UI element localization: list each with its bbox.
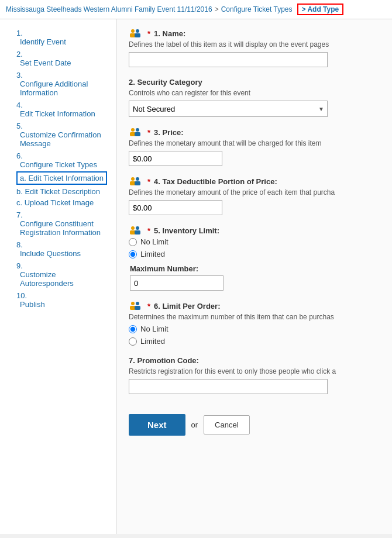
sidebar-subitems-6: a. Edit Ticket Informationb. Edit Ticket… <box>6 171 111 207</box>
people-icon-6 <box>129 301 142 311</box>
sidebar-item-8: 8.Include Questions <box>6 240 111 258</box>
limit-no-limit-label[interactable]: No Limit <box>129 325 380 333</box>
sidebar-link-2[interactable]: Set Event Date <box>6 58 111 67</box>
field6-label-text: 6. Limit Per Order: <box>154 302 220 311</box>
field-limit-label: * 6. Limit Per Order: <box>129 301 380 311</box>
sidebar-link-1[interactable]: Identify Event <box>6 37 111 46</box>
sidebar-link-9[interactable]: Customize Autoresponders <box>6 270 111 288</box>
breadcrumb-section-link[interactable]: Configure Ticket Types <box>221 5 293 13</box>
sidebar-num-3: 3. <box>6 71 111 80</box>
field1-input[interactable] <box>129 52 328 67</box>
sidebar-item-10: 10.Publish <box>6 291 111 309</box>
people-icon-1 <box>129 29 142 38</box>
inventory-no-limit-radio[interactable] <box>129 238 137 246</box>
sidebar-link-7[interactable]: Configure Constituent Registration Infor… <box>6 219 111 237</box>
svg-rect-19 <box>135 306 140 310</box>
field7-input[interactable] <box>129 379 328 394</box>
field3-desc: Defines the monetary amount that will be… <box>129 139 380 147</box>
svg-point-18 <box>136 302 139 305</box>
sidebar-num-7: 7. <box>6 211 111 219</box>
svg-point-4 <box>131 128 135 132</box>
field-promo-label: 7. Promotion Code: <box>129 356 380 365</box>
sidebar-item-1: 1.Identify Event <box>6 29 111 46</box>
cancel-button[interactable]: Cancel <box>204 415 249 434</box>
field4-input[interactable] <box>129 200 222 215</box>
sidebar-item-5: 5.Customize Confirmation Message <box>6 122 111 148</box>
required-star-5: * <box>147 226 150 235</box>
field-name-section: * 1. Name: Defines the label of this ite… <box>129 29 380 67</box>
sidebar-link-10[interactable]: Publish <box>6 300 111 309</box>
inventory-no-limit-text: No Limit <box>140 237 169 246</box>
sidebar-link-6[interactable]: Configure Ticket Types <box>6 160 111 169</box>
svg-point-0 <box>131 29 135 33</box>
sidebar-subitem-active-6-1[interactable]: a. Edit Ticket Information <box>16 171 107 185</box>
field-limit-section: * 6. Limit Per Order: Determines the max… <box>129 301 380 346</box>
sidebar: 1.Identify Event2.Set Event Date3.Config… <box>0 19 117 534</box>
sidebar-num-5: 5. <box>6 122 111 130</box>
limit-limited-text: Limited <box>140 337 165 346</box>
required-star-6: * <box>147 302 150 311</box>
field-tax-label: * 4. Tax Deductible Portion of Price: <box>129 177 380 186</box>
sidebar-item-4: 4.Edit Ticket Information <box>6 101 111 118</box>
add-type-button[interactable]: > Add Type <box>297 4 344 15</box>
sidebar-subitem-6-3: c. Upload Ticket Image <box>16 198 111 207</box>
inventory-limited-text: Limited <box>140 250 165 258</box>
sidebar-num-4: 4. <box>6 101 111 109</box>
sidebar-link-5[interactable]: Customize Confirmation Message <box>6 130 111 148</box>
inventory-radio-group: No Limit Limited <box>129 237 380 258</box>
breadcrumb: Mississauga Steelheads Western Alumni Fa… <box>0 0 392 19</box>
inventory-no-limit-label[interactable]: No Limit <box>129 237 380 246</box>
people-icon-4 <box>129 177 142 186</box>
svg-point-6 <box>136 128 139 132</box>
svg-point-2 <box>136 29 139 33</box>
limit-no-limit-radio[interactable] <box>129 325 137 333</box>
sidebar-sublink-6-3[interactable]: c. Upload Ticket Image <box>16 198 94 207</box>
max-number-label: Maximum Number: <box>130 264 380 273</box>
field3-input[interactable] <box>129 151 222 166</box>
field7-desc: Restricts registration for this event to… <box>129 367 380 375</box>
field-security-label: 2. Security Category <box>129 78 380 87</box>
field-price-section: * 3. Price: Defines the monetary amount … <box>129 127 380 166</box>
sidebar-subitem-6-1: a. Edit Ticket Information <box>16 171 111 185</box>
limit-limited-label[interactable]: Limited <box>129 337 380 346</box>
field4-desc: Defines the monetary amount of the price… <box>129 188 380 196</box>
sidebar-link-8[interactable]: Include Questions <box>6 249 111 258</box>
field3-label-text: 3. Price: <box>154 128 184 137</box>
required-star-3: * <box>147 128 150 137</box>
sidebar-item-7: 7.Configure Constituent Registration Inf… <box>6 211 111 237</box>
security-select[interactable]: Not Secured Secured <box>129 101 328 117</box>
field2-desc: Controls who can register for this event <box>129 89 380 97</box>
limit-limited-radio[interactable] <box>129 337 137 346</box>
limit-radio-group: No Limit Limited <box>129 325 380 346</box>
svg-point-16 <box>131 302 135 305</box>
inventory-limited-radio[interactable] <box>129 250 137 258</box>
breadcrumb-sep1: > <box>215 5 219 13</box>
svg-rect-7 <box>135 132 140 136</box>
field1-desc: Defines the label of this item as it wil… <box>129 40 380 49</box>
svg-point-14 <box>136 226 139 230</box>
field-security-section: 2. Security Category Controls who can re… <box>129 78 380 117</box>
sidebar-num-2: 2. <box>6 50 111 58</box>
max-number-input[interactable] <box>130 275 223 291</box>
main-layout: 1.Identify Event2.Set Event Date3.Config… <box>0 19 392 534</box>
sidebar-link-3[interactable]: Configure Additional Information <box>6 80 111 97</box>
next-button[interactable]: Next <box>129 414 185 436</box>
sidebar-link-4[interactable]: Edit Ticket Information <box>6 109 111 118</box>
inventory-limited-label[interactable]: Limited <box>129 250 380 258</box>
max-number-subfield: Maximum Number: <box>130 264 380 291</box>
field7-label-text: 7. Promotion Code: <box>129 356 199 365</box>
sidebar-item-6: 6.Configure Ticket Typesa. Edit Ticket I… <box>6 151 111 207</box>
or-label: or <box>191 420 198 429</box>
sidebar-item-2: 2.Set Event Date <box>6 50 111 67</box>
required-star-1: * <box>147 29 150 38</box>
sidebar-num-1: 1. <box>6 29 111 37</box>
field1-label-text: 1. Name: <box>154 29 185 38</box>
field2-label-text: 2. Security Category <box>129 78 202 87</box>
svg-point-10 <box>136 177 139 181</box>
breadcrumb-event-link[interactable]: Mississauga Steelheads Western Alumni Fa… <box>6 5 212 13</box>
sidebar-sublink-6-2[interactable]: b. Edit Ticket Description <box>16 187 100 196</box>
field-promo-section: 7. Promotion Code: Restricts registratio… <box>129 356 380 394</box>
people-icon-3 <box>129 127 142 137</box>
security-select-wrapper: Not Secured Secured ▼ <box>129 101 328 117</box>
field-price-label: * 3. Price: <box>129 127 380 137</box>
